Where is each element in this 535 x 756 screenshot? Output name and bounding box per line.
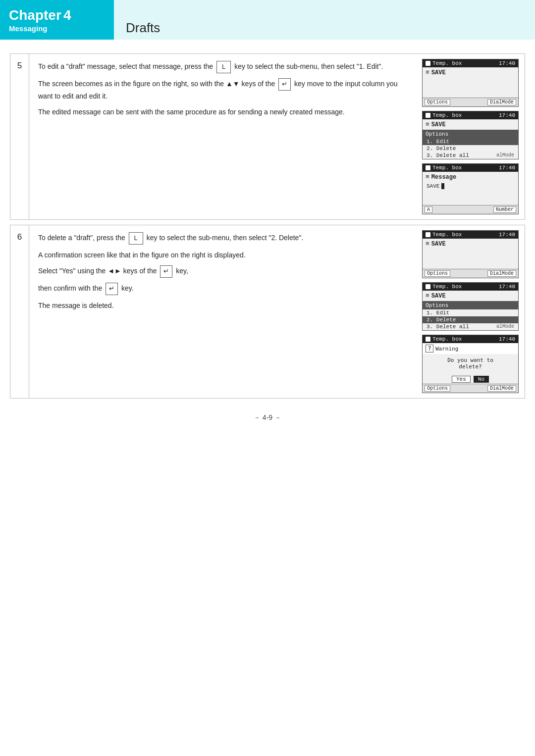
chapter-block: Chapter 4 Messaging	[0, 0, 114, 40]
number-btn: Number	[493, 206, 516, 213]
yes-btn[interactable]: Yes	[452, 376, 471, 383]
enter-key-2: ↵	[160, 265, 172, 278]
signal-icon-4	[426, 232, 430, 237]
options-bar-2: Options	[423, 301, 518, 309]
doc-icon-3: ≡	[426, 173, 429, 181]
dialmode-btn-2: DialMode	[487, 270, 516, 277]
doc-icon-2: ≡	[426, 121, 429, 128]
screen-6-2-label: SAVE	[431, 293, 446, 300]
main-content: 5 To edit a "draft" message, select that…	[0, 40, 535, 399]
section-5-text-2: The screen becomes as in the figure on t…	[38, 78, 408, 101]
screen-6-1-time: 17:40	[499, 232, 515, 238]
l-key-2: L	[129, 232, 143, 245]
screen-6-1-header: Temp. box 17:40	[423, 231, 518, 239]
screen-6-2-title: Temp. box	[432, 284, 499, 290]
screen-6-1-label: SAVE	[431, 241, 446, 248]
l-key-1: L	[216, 61, 231, 73]
screen-5-2-title: Temp. box	[432, 112, 499, 118]
signal-icon-3	[426, 165, 430, 170]
section-6-text-1: To delete a "draft", press the L key to …	[38, 232, 408, 245]
screen-6-3-header: Temp. box 17:40	[423, 335, 518, 343]
screen-6-3: Temp. box 17:40 ? Warning Do you want to…	[422, 335, 519, 393]
menu-item-edit-1: 1. Edit	[423, 138, 518, 145]
screen-5-3-body	[423, 190, 518, 205]
screen-6-2-header: Temp. box 17:40	[423, 283, 518, 291]
signal-icon	[426, 61, 430, 66]
chapter-word: Chapter	[9, 7, 61, 23]
menu-item-delete-2: 2. Delete	[423, 316, 518, 323]
warning-icon: ?	[426, 345, 433, 353]
signal-icon-6	[426, 337, 430, 342]
screen-6-1-body	[423, 249, 518, 269]
options-btn-3: Options	[425, 385, 450, 392]
section-6-text-5: The message is deleted.	[38, 300, 408, 311]
menu-item-delete-1: 2. Delete	[423, 145, 518, 152]
screen-5-3-label: Message	[431, 174, 456, 181]
delete-all-label-1: 3. Delete all	[427, 152, 469, 158]
screen-5-3-title: Temp. box	[432, 165, 499, 171]
screen-5-1-label: SAVE	[431, 69, 446, 76]
page-footer: － 4-9 －	[0, 413, 535, 422]
screen-5-1-body	[423, 78, 518, 98]
screen-5-1-time: 17:40	[499, 60, 515, 66]
section-5-screens: Temp. box 17:40 ≡ SAVE Options DialMode …	[416, 54, 525, 219]
screen-5-2-label: SAVE	[431, 121, 446, 128]
screen-6-1-footer: Options DialMode	[423, 269, 518, 278]
screen-5-1-title: Temp. box	[432, 60, 499, 66]
warning-label: Warning	[435, 346, 458, 352]
options-btn-1: Options	[425, 99, 450, 105]
cursor-1	[441, 183, 444, 189]
section-5-text-3: The edited message can be sent with the …	[38, 106, 408, 117]
signal-icon-2	[426, 113, 430, 118]
a-btn: A	[425, 206, 432, 213]
yes-no-row: Yes No	[423, 374, 518, 384]
screen-6-3-footer: Options DialMode	[423, 384, 518, 393]
screen-5-3-time: 17:40	[499, 165, 515, 171]
doc-icon-4: ≡	[426, 240, 429, 248]
section-6-screens: Temp. box 17:40 ≡ SAVE Options DialMode …	[416, 225, 525, 398]
screen-5-2: Temp. box 17:40 ≡ SAVE Options 1. Edit 2…	[422, 111, 519, 159]
menu-item-deleteall-1: 3. Delete all alMode	[423, 152, 518, 159]
enter-key-1: ↵	[278, 78, 291, 91]
almode-label-2: alMode	[496, 324, 514, 330]
section-5-body: To edit a "draft" message, select that m…	[29, 54, 416, 219]
no-btn[interactable]: No	[474, 376, 489, 383]
dialmode-btn-3: DialMode	[487, 385, 516, 392]
chapter-num: 4	[63, 7, 71, 23]
chapter-sub: Messaging	[9, 24, 105, 33]
page-number: － 4-9 －	[254, 413, 281, 421]
section-6-text-3: Select "Yes" using the ◄► keys of the ↵ …	[38, 265, 408, 278]
delete-all-label-2: 3. Delete all	[427, 324, 469, 330]
page-title: Drafts	[126, 20, 160, 36]
lr-arrows: ◄►	[107, 267, 121, 275]
screen-5-2-time: 17:40	[499, 112, 515, 118]
screen-5-3-row: ≡ Message	[423, 172, 518, 182]
almode-label-1: alMode	[496, 152, 514, 158]
options-btn-2: Options	[425, 270, 450, 277]
screen-5-1: Temp. box 17:40 ≡ SAVE Options DialMode	[422, 59, 519, 107]
menu-item-deleteall-2: 3. Delete all alMode	[423, 323, 518, 330]
section-6-number: 6	[10, 225, 29, 398]
screen-5-1-footer: Options DialMode	[423, 98, 518, 106]
section-6: 6 To delete a "draft", press the L key t…	[10, 225, 525, 399]
doc-icon-1: ≡	[426, 69, 429, 76]
screen-5-1-header: Temp. box 17:40	[423, 59, 518, 67]
screen-6-2: Temp. box 17:40 ≡ SAVE Options 1. Edit 2…	[422, 282, 519, 331]
doc-icon-5: ≡	[426, 292, 429, 300]
warning-text: Do you want todelete?	[423, 354, 518, 374]
section-5-number: 5	[10, 54, 29, 219]
input-value-1: SAVE	[427, 183, 439, 189]
section-6-text-2: A confirmation screen like that in the f…	[38, 250, 408, 260]
screen-5-3-header: Temp. box 17:40	[423, 164, 518, 172]
chapter-label: Chapter 4	[9, 7, 105, 23]
menu-item-edit-2: 1. Edit	[423, 309, 518, 316]
screen-6-1-row: ≡ SAVE	[423, 239, 518, 249]
header-title-block: Drafts	[114, 0, 535, 40]
screen-5-2-row: ≡ SAVE	[423, 119, 518, 130]
screen-5-2-header: Temp. box 17:40	[423, 111, 518, 119]
page-header: Chapter 4 Messaging Drafts	[0, 0, 535, 40]
screen-6-2-row: ≡ SAVE	[423, 291, 518, 301]
screen-5-3-input: SAVE	[423, 182, 518, 190]
up-down-arrows: ▲▼	[226, 80, 240, 88]
screen-5-1-row: ≡ SAVE	[423, 67, 518, 78]
